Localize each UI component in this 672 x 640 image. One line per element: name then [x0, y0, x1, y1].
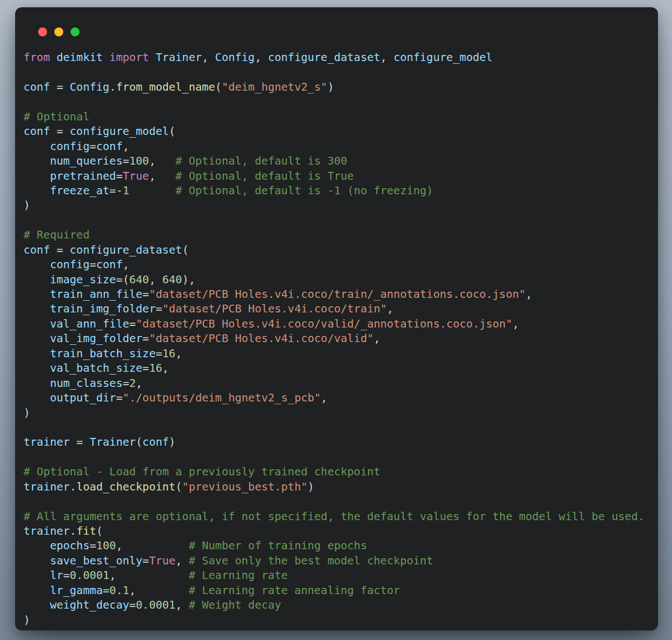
code-token-p: [50, 51, 57, 64]
code-token-p: [24, 569, 50, 582]
code-token-k: True: [149, 554, 175, 567]
code-token-v: train_img_folder: [50, 302, 156, 315]
code-token-p: =: [142, 332, 149, 345]
code-token-k: from: [24, 51, 50, 64]
code-line: save_best_only=True, # Save only the bes…: [24, 554, 645, 568]
code-token-p: .: [70, 480, 77, 493]
code-token-v: configure_dataset: [70, 244, 183, 256]
code-token-s: "dataset/PCB Holes.v4i.coco/valid/_annot…: [136, 317, 512, 330]
code-token-v: lr_gamma: [50, 584, 102, 597]
code-line: trainer.load_checkpoint("previous_best.p…: [24, 480, 645, 494]
code-line: trainer = Trainer(conf): [24, 435, 645, 450]
code-token-s: "dataset/PCB Holes.v4i.coco/valid": [149, 332, 374, 345]
code-token-p: (: [215, 81, 222, 94]
code-token-p: [24, 140, 50, 153]
code-line: ): [24, 198, 645, 213]
code-token-p: [24, 273, 50, 286]
code-line: [24, 65, 645, 80]
code-line: conf = configure_dataset(: [24, 243, 645, 258]
code-line: # Optional - Load from a previously trai…: [24, 465, 645, 479]
code-token-p: =: [63, 569, 70, 582]
code-token-p: ),: [182, 273, 195, 286]
code-line: conf = Config.from_model_name("deim_hgne…: [24, 80, 645, 95]
code-token-p: =: [116, 391, 123, 404]
code-token-p: ): [24, 199, 30, 212]
code-token-n: 640: [162, 273, 182, 286]
code-token-p: [24, 155, 50, 167]
code-token-f: from_model_name: [116, 81, 215, 94]
code-line: ): [24, 613, 645, 628]
zoom-button[interactable]: [71, 27, 80, 36]
code-token-p: =: [142, 362, 149, 375]
code-token-p: [24, 332, 50, 345]
code-token-s: "./outputs/deim_hgnetv2_s_pcb": [123, 391, 321, 404]
code-line: [24, 421, 645, 435]
code-token-v: Config: [70, 81, 110, 94]
code-token-v: train_ann_file: [50, 288, 142, 301]
code-token-c: # Learning rate annealing factor: [189, 584, 400, 597]
code-line: conf = configure_model(: [24, 124, 645, 139]
code-token-p: (: [169, 125, 176, 138]
minimize-button[interactable]: [54, 27, 63, 36]
code-token-v: lr: [50, 569, 63, 582]
code-line: train_ann_file="dataset/PCB Holes.v4i.co…: [24, 287, 645, 302]
code-token-v: trainer: [24, 480, 70, 493]
code-token-v: num_classes: [50, 377, 123, 390]
code-token-v: conf: [24, 244, 50, 256]
code-token-v: config: [50, 140, 90, 153]
code-token-p: [24, 347, 50, 360]
code-token-p: ,: [321, 391, 328, 404]
code-token-p: =: [129, 599, 136, 611]
code-token-v: val_img_folder: [50, 332, 142, 345]
code-token-p: =: [90, 258, 96, 271]
code-token-p: ,: [162, 362, 169, 375]
code-line: [24, 494, 645, 509]
code-token-p: ): [24, 407, 30, 419]
code-token-p: =(: [116, 273, 129, 286]
code-token-p: ,: [175, 347, 182, 360]
code-token-p: =: [70, 436, 90, 449]
code-token-v: num_queries: [50, 155, 123, 167]
close-button[interactable]: [38, 27, 47, 36]
code-token-c: # Optional: [24, 110, 90, 123]
code-token-p: [24, 258, 50, 271]
code-token-p: ,: [380, 51, 394, 64]
code-line: epochs=100, # Number of training epochs: [24, 539, 645, 553]
code-token-v: config: [50, 258, 90, 271]
code-token-v: configure_model: [394, 51, 493, 64]
code-token-p: ,: [109, 569, 189, 582]
window-titlebar[interactable]: [38, 27, 80, 36]
code-token-s: "deim_hgnetv2_s": [222, 81, 328, 94]
code-token-n: 16: [149, 362, 162, 375]
code-token-v: Config: [215, 51, 255, 64]
code-token-v: conf: [96, 140, 123, 153]
code-token-v: image_size: [50, 273, 116, 286]
code-token-p: ,: [149, 170, 175, 183]
code-token-c: # All arguments are optional, if not spe…: [24, 510, 645, 523]
code-token-v: trainer: [24, 436, 70, 449]
code-token-p: [24, 317, 50, 330]
code-token-p: =: [90, 539, 96, 552]
code-token-p: [24, 377, 50, 390]
code-token-p: (: [136, 436, 143, 449]
code-token-v: deimkit: [57, 51, 103, 64]
code-line: [24, 95, 645, 109]
code-token-n: 100: [96, 539, 116, 552]
code-token-p: [149, 51, 156, 64]
code-token-p: (: [175, 480, 182, 493]
code-line: val_ann_file="dataset/PCB Holes.v4i.coco…: [24, 317, 645, 331]
code-token-v: conf: [96, 258, 123, 271]
code-token-p: [24, 539, 50, 552]
code-token-c: # Optional, default is True: [175, 170, 354, 183]
code-token-p: ,: [123, 258, 129, 271]
code-token-p: ,: [387, 302, 394, 315]
code-line: train_img_folder="dataset/PCB Holes.v4i.…: [24, 302, 645, 316]
code-token-c: # Learning rate: [189, 569, 288, 582]
code-token-s: "dataset/PCB Holes.v4i.coco/train/_annot…: [149, 288, 525, 301]
code-token-v: conf: [142, 436, 169, 449]
code-token-n: 16: [162, 347, 176, 360]
code-token-p: =: [156, 302, 162, 315]
code-token-k: import: [109, 51, 149, 64]
code-token-p: [24, 170, 50, 183]
code-token-p: [129, 184, 176, 197]
